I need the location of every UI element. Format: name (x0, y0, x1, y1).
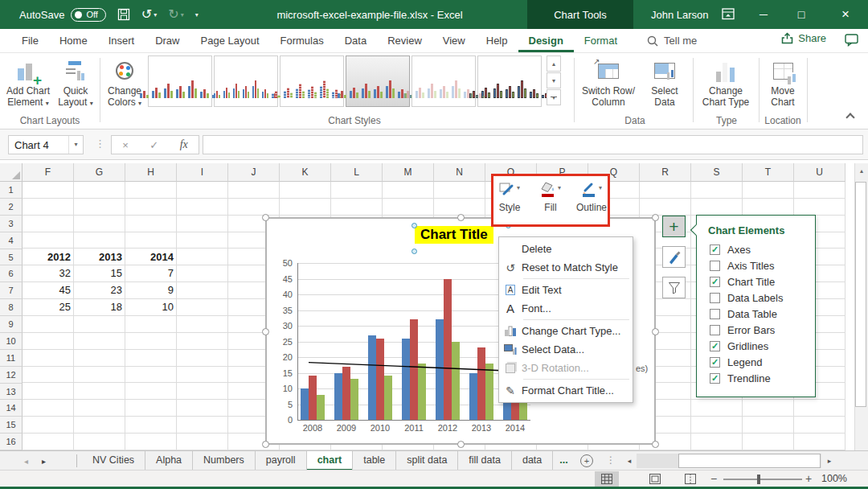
checkbox-data-table[interactable] (710, 309, 720, 319)
chart-style-thumb-2[interactable] (214, 55, 278, 107)
sheet-tab-chart[interactable]: chart (307, 451, 354, 471)
add-chart-element-button[interactable]: Add Chart Element ▾ (5, 56, 51, 109)
bar-2011-series-1-blue[interactable] (402, 339, 410, 420)
bar-2009-series-2-red[interactable] (342, 367, 350, 420)
cancel-button[interactable]: × (122, 139, 129, 151)
name-box-dropdown[interactable]: ▾ (68, 136, 83, 154)
chart-style-thumb-4[interactable] (346, 55, 410, 107)
bar-2013-series-1-blue[interactable] (469, 373, 477, 421)
undo-button[interactable]: ↺▾ (141, 8, 157, 21)
row-header-15[interactable]: 15 (0, 417, 23, 434)
minimize-button[interactable]: ─ (746, 0, 781, 29)
menu-item-reset-to-match-style[interactable]: ↺Reset to Match Style (499, 258, 633, 277)
chart-element-chart-title[interactable]: ✓Chart Title (697, 273, 815, 290)
cell-G6[interactable]: 15 (74, 265, 122, 282)
formula-input[interactable] (203, 135, 863, 154)
row-header-3[interactable]: 3 (0, 216, 23, 232)
tell-me-box[interactable]: Tell me (647, 29, 697, 52)
row-header-2[interactable]: 2 (0, 199, 23, 216)
zoom-slider[interactable] (723, 479, 802, 480)
bar-2011-series-2-red[interactable] (410, 319, 418, 420)
scroll-up-icon[interactable]: ▴ (855, 163, 868, 179)
new-sheet-button[interactable]: + (580, 454, 593, 467)
insert-function-button[interactable]: fx (180, 138, 188, 151)
chart-title[interactable]: Chart Title (415, 226, 493, 244)
autosave-toggle[interactable]: Off (71, 8, 105, 22)
quick-layout-button[interactable]: Quick Layout ▾ (53, 56, 98, 109)
bar-2009-series-1-blue[interactable] (334, 373, 342, 421)
chart-resize-handle[interactable] (652, 328, 659, 335)
menu-item-font[interactable]: AFont... (499, 299, 633, 318)
chart-element-error-bars[interactable]: Error Bars (697, 322, 815, 338)
ribbon-display-options-button[interactable] (722, 8, 735, 23)
checkbox-trendline[interactable]: ✓ (710, 373, 720, 384)
horizontal-scroll-thumb[interactable] (678, 454, 821, 468)
cell-G5[interactable]: 2013 (74, 249, 122, 266)
gallery-down-button[interactable]: ▾ (547, 72, 561, 88)
change-chart-type-button[interactable]: Change Chart Type (696, 56, 755, 108)
tab-help[interactable]: Help (476, 29, 518, 52)
cell-G7[interactable]: 23 (74, 282, 122, 299)
column-header-H[interactable]: H (125, 163, 177, 182)
menu-item-select-data[interactable]: Select Data... (499, 340, 633, 359)
bar-2008-series-2-red[interactable] (309, 376, 317, 420)
redo-button[interactable]: ↻▾ (168, 8, 183, 21)
tab-formulas[interactable]: Formulas (270, 29, 334, 52)
cell-H5[interactable]: 2014 (125, 249, 174, 266)
chart-style-thumb-1[interactable] (148, 55, 212, 107)
chart-element-axis-titles[interactable]: Axis Titles (697, 257, 815, 273)
bar-2011-series-3-green[interactable] (418, 364, 426, 420)
menu-item-edit-text[interactable]: AEdit Text (499, 281, 633, 299)
column-header-F[interactable]: F (23, 163, 74, 182)
column-header-T[interactable]: T (743, 163, 794, 182)
select-all-corner[interactable] (0, 163, 23, 182)
sheet-tab-payroll[interactable]: payroll (256, 451, 307, 471)
column-header-K[interactable]: K (280, 163, 331, 182)
comments-button[interactable] (845, 34, 858, 49)
vertical-scroll-thumb[interactable] (855, 182, 866, 407)
bar-2013-series-3-green[interactable] (485, 364, 493, 420)
sheet-tab-alpha[interactable]: Alpha (145, 451, 193, 471)
row-header-7[interactable]: 7 (0, 282, 23, 299)
tab-design[interactable]: Design (518, 29, 574, 52)
bar-2012-series-2-red[interactable] (444, 279, 452, 421)
column-header-M[interactable]: M (383, 163, 434, 182)
checkbox-chart-title[interactable]: ✓ (710, 277, 720, 287)
column-header-U[interactable]: U (794, 163, 845, 182)
bar-2009-series-3-green[interactable] (350, 379, 358, 420)
enter-button[interactable]: ✓ (149, 139, 158, 151)
row-header-13[interactable]: 13 (0, 384, 23, 401)
sheet-nav-next-button[interactable]: ▸ (42, 451, 46, 471)
bar-2008-series-3-green[interactable] (317, 395, 325, 420)
chart-elements-button[interactable]: + (662, 216, 686, 237)
chart-resize-handle[interactable] (652, 441, 659, 448)
quick-access-customize-button[interactable]: ▾ (195, 11, 199, 18)
gallery-up-button[interactable]: ▴ (547, 55, 561, 72)
sheet-tab-split-data[interactable]: split data (396, 451, 458, 471)
column-header-N[interactable]: N (434, 163, 485, 182)
chart-resize-handle[interactable] (262, 328, 269, 335)
style-button[interactable]: ▾ Style (494, 181, 525, 224)
save-button[interactable] (117, 8, 130, 21)
page-break-view-button[interactable] (678, 471, 702, 487)
column-header-I[interactable]: I (177, 163, 228, 182)
tab-review[interactable]: Review (377, 29, 432, 52)
cell-H8[interactable]: 10 (125, 299, 174, 316)
column-header-L[interactable]: L (331, 163, 383, 182)
menu-item-change-chart-type[interactable]: Change Chart Type... (499, 322, 633, 340)
chart-resize-handle[interactable] (457, 441, 465, 448)
row-header-8[interactable]: 8 (0, 299, 23, 316)
chart-element-data-table[interactable]: Data Table (697, 306, 815, 322)
menu-item-3-d-rotation[interactable]: 3-D Rotation... (499, 359, 633, 377)
row-header-11[interactable]: 11 (0, 350, 23, 367)
chart-resize-handle[interactable] (652, 214, 659, 221)
bar-2012-series-1-blue[interactable] (436, 319, 444, 420)
chart-element-axes[interactable]: ✓Axes (697, 241, 815, 257)
bar-2010-series-2-red[interactable] (376, 339, 384, 420)
close-button[interactable]: × (828, 0, 863, 29)
sheet-nav-prev-button[interactable]: ◂ (24, 451, 28, 471)
hscroll-left-button[interactable]: ◂ (623, 454, 636, 468)
account-user-name[interactable]: John Larson (651, 0, 709, 29)
zoom-slider-thumb[interactable] (757, 475, 760, 484)
menu-item-format-chart-title[interactable]: ✎Format Chart Title... (499, 381, 633, 400)
